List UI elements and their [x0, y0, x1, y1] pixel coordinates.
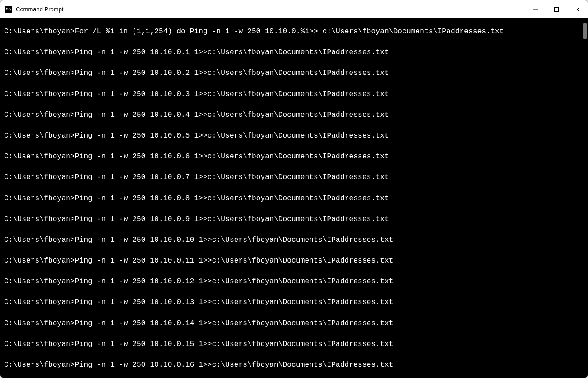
terminal-line [4, 350, 576, 360]
terminal-line [4, 141, 576, 152]
terminal-line: C:\Users\fboyan>Ping -n 1 -w 250 10.10.0… [4, 194, 576, 204]
terminal-line [4, 266, 576, 277]
terminal-line: C:\Users\fboyan>Ping -n 1 -w 250 10.10.0… [4, 318, 576, 329]
terminal-line: C:\Users\fboyan>Ping -n 1 -w 250 10.10.0… [4, 110, 576, 120]
terminal-line [4, 162, 576, 172]
scrollbar[interactable] [580, 18, 588, 378]
terminal-line: C:\Users\fboyan>Ping -n 1 -w 250 10.10.0… [4, 297, 576, 308]
terminal-line: C:\Users\fboyan>Ping -n 1 -w 250 10.10.0… [4, 152, 576, 162]
maximize-button[interactable] [546, 0, 567, 18]
titlebar[interactable]: C:\ Command Prompt [0, 0, 588, 18]
terminal-line: C:\Users\fboyan>Ping -n 1 -w 250 10.10.0… [4, 360, 576, 370]
terminal-line [4, 308, 576, 318]
maximize-icon [554, 7, 559, 12]
terminal-line: C:\Users\fboyan>For /L %i in (1,1,254) d… [4, 27, 576, 37]
svg-rect-1 [555, 7, 559, 11]
scroll-thumb[interactable] [583, 23, 587, 39]
terminal-line [4, 58, 576, 68]
terminal-line: C:\Users\fboyan>Ping -n 1 -w 250 10.10.0… [4, 235, 576, 245]
terminal-line [4, 37, 576, 47]
window-title: Command Prompt [16, 6, 525, 13]
command-prompt-window: C:\ Command Prompt C:\Users\fboyan>For /… [0, 0, 588, 378]
terminal-line: C:\Users\fboyan>Ping -n 1 -w 250 10.10.0… [4, 47, 576, 58]
terminal-line [4, 245, 576, 256]
close-icon [575, 7, 579, 12]
terminal-line [4, 287, 576, 297]
terminal-line [4, 120, 576, 131]
minimize-button[interactable] [525, 0, 546, 18]
terminal-line: C:\Users\fboyan>Ping -n 1 -w 250 10.10.0… [4, 89, 576, 100]
terminal-line: C:\Users\fboyan>Ping -n 1 -w 250 10.10.0… [4, 131, 576, 141]
terminal-line [4, 225, 576, 235]
cmd-icon: C:\ [5, 6, 12, 13]
terminal-line: C:\Users\fboyan>Ping -n 1 -w 250 10.10.0… [4, 172, 576, 183]
terminal-output[interactable]: C:\Users\fboyan>For /L %i in (1,1,254) d… [0, 18, 580, 378]
terminal-line [4, 100, 576, 110]
terminal-line [4, 329, 576, 339]
terminal-line: C:\Users\fboyan>Ping -n 1 -w 250 10.10.0… [4, 214, 576, 225]
terminal-line [4, 183, 576, 194]
terminal-line: C:\Users\fboyan>Ping -n 1 -w 250 10.10.0… [4, 277, 576, 287]
terminal-line [4, 79, 576, 89]
terminal-line [4, 204, 576, 214]
close-button[interactable] [567, 0, 588, 18]
window-controls [525, 0, 588, 18]
terminal-line: C:\Users\fboyan>Ping -n 1 -w 250 10.10.0… [4, 68, 576, 78]
minimize-icon [533, 7, 538, 12]
terminal-line: C:\Users\fboyan>Ping -n 1 -w 250 10.10.0… [4, 339, 576, 350]
terminal-wrap: C:\Users\fboyan>For /L %i in (1,1,254) d… [0, 18, 588, 378]
terminal-line: C:\Users\fboyan>Ping -n 1 -w 250 10.10.0… [4, 256, 576, 266]
